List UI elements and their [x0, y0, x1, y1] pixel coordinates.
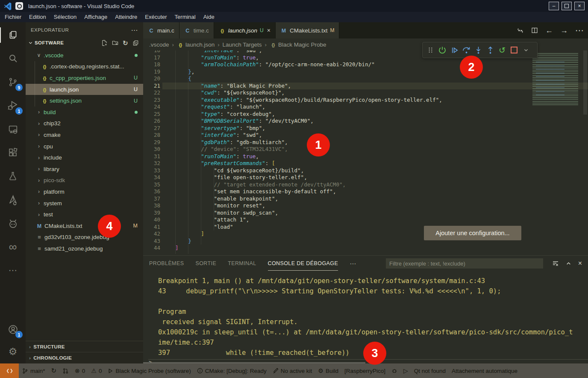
tree-item-cpu[interactable]: ›cpu [26, 141, 143, 152]
panel-tab-console-de-d-bogage[interactable]: CONSOLE DE DÉBOGAGE [268, 260, 338, 271]
open-changes-icon[interactable] [517, 27, 524, 34]
status-cmake-debug-ready[interactable]: CMake: [Debug]: Ready [194, 363, 270, 378]
tree-item-chip32[interactable]: ›chip32 [26, 118, 143, 130]
tree-item-launch-json[interactable]: {}launch.jsonU [26, 84, 143, 95]
close-tab-icon[interactable]: × [267, 27, 270, 34]
activity-source-control-icon[interactable]: 9 [0, 72, 26, 92]
menu-affichage[interactable]: Affichage [80, 12, 111, 22]
status-build[interactable]: ⚙Build [315, 363, 341, 378]
more-actions-icon[interactable]: ⋯ [575, 26, 584, 35]
close-icon[interactable]: × [578, 260, 582, 267]
explorer-more-actions-icon[interactable]: ⋯ [131, 26, 138, 34]
new-file-icon[interactable] [101, 40, 108, 46]
activity-account-icon[interactable]: 1 [0, 319, 26, 340]
tab-main-c[interactable]: Cmain.c [143, 22, 179, 38]
status-0[interactable]: ⊗0 [72, 363, 88, 378]
activity-settings-gear-icon[interactable]: ⚙ [0, 341, 26, 362]
status-attachement-automatique[interactable]: Attachement automatique [449, 363, 520, 378]
status-bug-icon[interactable] [388, 363, 400, 378]
split-editor-icon[interactable] [531, 27, 538, 34]
status-git-pr-icon[interactable] [59, 363, 72, 378]
tree-item-vscode[interactable]: ∨.vscode [26, 50, 143, 61]
panel-tab-sortie[interactable]: SORTIE [195, 260, 216, 271]
tree-item-cmakelists-txt[interactable]: MCMakeLists.txtM [26, 220, 143, 232]
breadcrumb-black-magic-probe[interactable]: {}Black Magic Probe [270, 41, 326, 48]
timeline-section[interactable]: › CHRONOLOGIE [26, 352, 143, 363]
panel-more-tabs-icon[interactable]: ⋯ [350, 260, 356, 271]
tree-item-build[interactable]: ›build [26, 106, 143, 118]
editor-scrollbar[interactable] [582, 50, 588, 255]
menu-aide[interactable]: Aide [200, 12, 218, 22]
debug-restart-icon[interactable]: ↺ [497, 44, 507, 56]
status-qt-not-found[interactable]: Qt not found [411, 363, 449, 378]
status-sync-icon[interactable]: ↻ [48, 363, 60, 378]
tab-time-c[interactable]: Ctime.c [179, 22, 214, 38]
panel-tab-probl-mes[interactable]: PROBLÈMES [149, 260, 184, 271]
debug-continue-icon[interactable] [449, 44, 459, 56]
status-raspberrypico[interactable]: [RaspberryPico] [341, 363, 388, 378]
tree-item-test[interactable]: ›test [26, 209, 143, 220]
debug-step-into-icon[interactable] [473, 44, 483, 56]
debug-console-filter-input[interactable] [386, 258, 543, 269]
breadcrumb-launch-targets[interactable]: Launch Targets [223, 41, 262, 48]
activity-extensions-icon[interactable] [0, 142, 26, 163]
activity-more-icon[interactable]: ⋯ [0, 260, 26, 281]
code-editor[interactable]: 16 "interface": "swd",17 "runToMain": tr… [143, 50, 588, 255]
remote-indicator[interactable] [0, 363, 19, 378]
tree-item-gd32vf103-ozone-jdebug[interactable]: ≡gd32vf103_ozone.jdebug [26, 232, 143, 243]
status-0[interactable]: ⚠0 [88, 363, 105, 378]
activity-debug-icon[interactable]: 1 [0, 95, 26, 116]
panel-tab-terminal[interactable]: TERMINAL [228, 260, 256, 271]
tree-item-pico-sdk[interactable]: ›pico-sdk [26, 175, 143, 186]
menu-edition[interactable]: Edition [25, 12, 50, 22]
tree-item-cmake[interactable]: ›cmake [26, 129, 143, 141]
status-black-magic-probe-software[interactable]: Black Magic Probe (software) [105, 363, 194, 378]
back-arrow-icon[interactable]: ← [545, 26, 553, 35]
activity-test-beaker-icon[interactable] [0, 166, 26, 186]
tree-item-settings-json[interactable]: {}settings.jsonU [26, 95, 143, 106]
debug-stop-icon[interactable] [509, 44, 519, 56]
menu-atteindre[interactable]: Atteindre [111, 12, 141, 22]
status-play-icon[interactable]: ▷ [400, 363, 411, 378]
close-button[interactable]: × [574, 2, 585, 10]
tree-item-include[interactable]: ›include [26, 152, 143, 163]
debug-chevron-down-icon[interactable] [521, 44, 531, 56]
collapse-all-icon[interactable] [132, 40, 139, 46]
activity-cmake-icon[interactable] [0, 189, 26, 210]
new-folder-icon[interactable] [112, 40, 118, 46]
chevron-up-icon[interactable] [566, 260, 571, 267]
activity-platformio-icon[interactable] [0, 213, 26, 233]
activity-infinity-icon[interactable]: ∞ [0, 236, 26, 257]
status-no-active-kit[interactable]: No active kit [270, 363, 315, 378]
tree-item-platform[interactable]: ›platform [26, 186, 143, 198]
tree-item-samd21-ozone-jdebug[interactable]: ≡samd21_ozone.jdebug [26, 243, 143, 254]
outline-section[interactable]: › STRUCTURE [26, 341, 143, 352]
minimap[interactable] [530, 51, 582, 107]
tree-item-c-cpp-properties-json[interactable]: {}c_cpp_properties.jsonU [26, 72, 143, 84]
refresh-icon[interactable]: ↻ [123, 40, 128, 46]
menu-s-lection[interactable]: Sélection [50, 12, 80, 22]
tree-item-cortex-debug-registers-stat[interactable]: {}.cortex-debug.registers.stat... [26, 61, 143, 73]
debug-power-icon[interactable] [437, 44, 447, 56]
minimize-button[interactable]: – [549, 2, 559, 10]
filter-lines-icon[interactable] [552, 260, 559, 267]
tree-item-system[interactable]: ›system [26, 198, 143, 209]
tab-launch-json[interactable]: {}launch.jsonU× [214, 22, 276, 38]
menu-fichier[interactable]: Fichier [1, 12, 25, 22]
menu-ex-cuter[interactable]: Exécuter [141, 12, 171, 22]
menu-terminal[interactable]: Terminal [171, 12, 200, 22]
activity-files-icon[interactable] [0, 25, 26, 45]
breadcrumb-vscode[interactable]: .vscode [149, 41, 169, 48]
status-main[interactable]: main* [19, 363, 48, 378]
debug-step-out-icon[interactable] [485, 44, 495, 56]
activity-search-icon[interactable] [0, 48, 26, 69]
debug-step-over-icon[interactable] [461, 44, 471, 56]
tree-item-library[interactable]: ›library [26, 163, 143, 175]
add-configuration-button[interactable]: Ajouter une configuration... [424, 226, 521, 240]
maximize-button[interactable] [562, 2, 572, 10]
debug-drag-grip-icon[interactable] [425, 44, 435, 56]
breadcrumb-launch-json[interactable]: {}launch.json [177, 41, 215, 48]
forward-arrow-icon[interactable]: → [560, 26, 568, 35]
tab-cmakelists-txt[interactable]: MCMakeLists.txtM [276, 22, 340, 38]
activity-remote-explorer-icon[interactable] [0, 119, 26, 139]
